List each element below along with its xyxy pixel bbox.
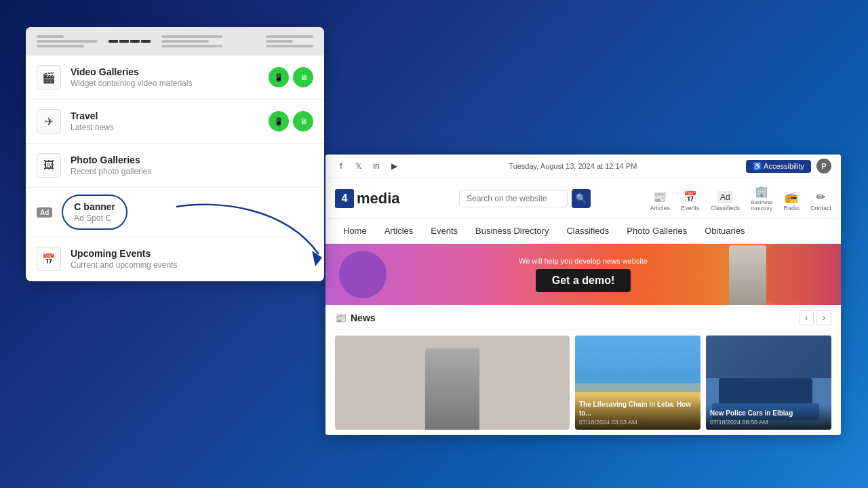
upcoming-events-title: Upcoming Events — [71, 248, 313, 259]
radio-label: Radio — [783, 205, 800, 211]
news-main-card[interactable] — [335, 336, 570, 430]
nav-articles[interactable]: Articles — [376, 219, 422, 243]
header-radio-icon[interactable]: 📻 Radio — [783, 190, 800, 211]
toolbar-bold-line — [130, 40, 140, 43]
widget-travel[interactable]: ✈ Travel Latest news 📱 🖥 — [26, 100, 324, 144]
news-next-button[interactable]: › — [816, 310, 831, 325]
header-business-icon[interactable]: 🏢 BusinessDirectory — [751, 185, 772, 211]
photo-galleries-title: Photo Galleries — [71, 155, 313, 165]
toolbar-line — [37, 45, 84, 47]
widget-photo-galleries[interactable]: 🖼 Photo Galleries Recent photo galleries — [26, 144, 324, 188]
left-panel: 🎬 Video Galleries Widget containing vide… — [26, 27, 324, 281]
nav-business-directory[interactable]: Business Directory — [467, 219, 557, 243]
news-prev-button[interactable]: ‹ — [799, 310, 814, 325]
events-symbol: 📅 — [684, 190, 697, 203]
news-card-police[interactable]: New Police Cars in Elblag 07/18/2024 08:… — [706, 336, 831, 430]
ad-banner-title: C banner — [74, 201, 115, 212]
news-card-overlay: New Police Cars in Elblag 07/18/2024 08:… — [706, 405, 831, 430]
desktop-toggle-btn[interactable]: 🖥 — [293, 111, 313, 131]
photo-galleries-text: Photo Galleries Recent photo galleries — [71, 155, 313, 176]
linkedin-icon[interactable]: in — [370, 160, 382, 172]
news-title: News — [351, 312, 376, 323]
toolbar-line — [37, 35, 64, 38]
site-banner: We will help you develop news website Ge… — [326, 244, 841, 305]
news-main-figure — [425, 348, 479, 430]
mobile-toggle-btn[interactable]: 📱 — [269, 111, 289, 131]
news-icon: 📰 — [335, 312, 347, 323]
banner-subtitle: We will help you develop news website — [519, 257, 648, 265]
toolbar-line — [161, 45, 222, 47]
banner-text: We will help you develop news website Ge… — [519, 257, 648, 292]
toolbar-line — [161, 35, 222, 38]
contact-label: Contact — [810, 205, 831, 211]
news-card-date: 07/18/2024 03:03 AM — [579, 419, 696, 426]
travel-icon: ✈ — [37, 109, 61, 134]
toolbar-lines-far — [266, 35, 313, 47]
news-card-title: New Police Cars in Elblag — [710, 409, 827, 418]
facebook-icon[interactable]: f — [335, 160, 347, 172]
search-input[interactable] — [459, 190, 568, 207]
twitter-icon[interactable]: 𝕏 — [353, 160, 365, 172]
panel-toolbar — [26, 27, 324, 56]
header-events-icon[interactable]: 📅 Events — [681, 190, 700, 211]
header-articles-icon[interactable]: 📰 Articles — [650, 190, 670, 211]
video-galleries-buttons: 📱 🖥 — [269, 67, 313, 87]
travel-title: Travel — [71, 110, 259, 121]
news-card-beach[interactable]: The Lifesaving Chain in Łeba. How to... … — [575, 336, 701, 430]
articles-label: Articles — [650, 205, 670, 211]
contact-symbol: ✏ — [816, 190, 825, 203]
video-galleries-subtitle: Widget containing video materials — [71, 79, 259, 88]
topbar-right: ♿ Accessibility P — [746, 159, 831, 174]
site-topbar: f 𝕏 in ▶ Tuesday, August 13, 2024 at 12:… — [326, 155, 841, 178]
travel-buttons: 📱 🖥 — [269, 111, 313, 131]
toolbar-line — [266, 35, 313, 38]
social-icons: f 𝕏 in ▶ — [335, 160, 400, 172]
header-classifieds-icon[interactable]: Ad Classifieds — [710, 191, 740, 211]
nav-obituaries[interactable]: Obituaries — [696, 219, 753, 243]
upcoming-events-icon: 📅 — [37, 247, 61, 271]
news-card-overlay: The Lifesaving Chain in Łeba. How to... … — [575, 396, 701, 430]
widget-upcoming-events[interactable]: 📅 Upcoming Events Current and upcoming e… — [26, 237, 324, 281]
logo-icon: 4 — [335, 189, 354, 208]
site-header: 4 media 🔍 📰 Articles 📅 Events Ad Classif… — [326, 178, 841, 219]
youtube-icon[interactable]: ▶ — [388, 160, 400, 172]
mobile-toggle-btn[interactable]: 📱 — [269, 67, 289, 87]
video-galleries-text: Video Galleries Widget containing video … — [71, 66, 259, 88]
accessibility-button[interactable]: ♿ Accessibility — [746, 160, 811, 173]
travel-subtitle: Latest news — [71, 123, 259, 132]
banner-cta-button[interactable]: Get a demo! — [536, 269, 631, 292]
video-galleries-title: Video Galleries — [71, 66, 259, 77]
video-galleries-icon: 🎬 — [37, 65, 61, 89]
header-icons: 📰 Articles 📅 Events Ad Classifieds 🏢 Bus… — [650, 185, 831, 211]
toolbar-line — [266, 40, 293, 43]
news-card-title: The Lifesaving Chain in Łeba. How to... — [579, 400, 696, 418]
logo-name: media — [357, 190, 400, 207]
user-badge[interactable]: P — [816, 159, 831, 174]
photo-galleries-subtitle: Recent photo galleries — [71, 167, 313, 176]
banner-circle-left — [339, 251, 387, 298]
nav-events[interactable]: Events — [422, 219, 466, 243]
toolbar-line — [161, 40, 209, 43]
news-section: 📰 News ‹ › The Life — [326, 305, 841, 435]
nav-classifieds[interactable]: Classifieds — [558, 219, 617, 243]
toolbar-line — [37, 40, 98, 43]
toolbar-bold-lines — [108, 40, 151, 43]
ad-banner-item[interactable]: Ad C banner Ad Spot C — [26, 188, 324, 237]
search-button[interactable]: 🔍 — [572, 189, 591, 208]
classifieds-symbol: Ad — [717, 191, 733, 203]
business-symbol: 🏢 — [755, 185, 768, 198]
news-nav: ‹ › — [799, 310, 831, 325]
news-title-row: 📰 News — [335, 312, 376, 323]
header-contact-icon[interactable]: ✏ Contact — [810, 190, 831, 211]
events-label: Events — [681, 205, 700, 211]
nav-home[interactable]: Home — [335, 219, 375, 243]
widget-video-galleries[interactable]: 🎬 Video Galleries Widget containing vide… — [26, 56, 324, 100]
radio-symbol: 📻 — [785, 190, 798, 203]
desktop-toggle-btn[interactable]: 🖥 — [293, 67, 313, 87]
articles-symbol: 📰 — [653, 190, 667, 203]
nav-photo-galleries[interactable]: Photo Galleries — [618, 219, 695, 243]
toolbar-lines-left — [37, 35, 98, 47]
news-grid: The Lifesaving Chain in Łeba. How to... … — [335, 330, 831, 435]
site-nav: Home Articles Events Business Directory … — [326, 219, 841, 244]
topbar-datetime: Tuesday, August 13, 2024 at 12:14 PM — [509, 162, 637, 170]
